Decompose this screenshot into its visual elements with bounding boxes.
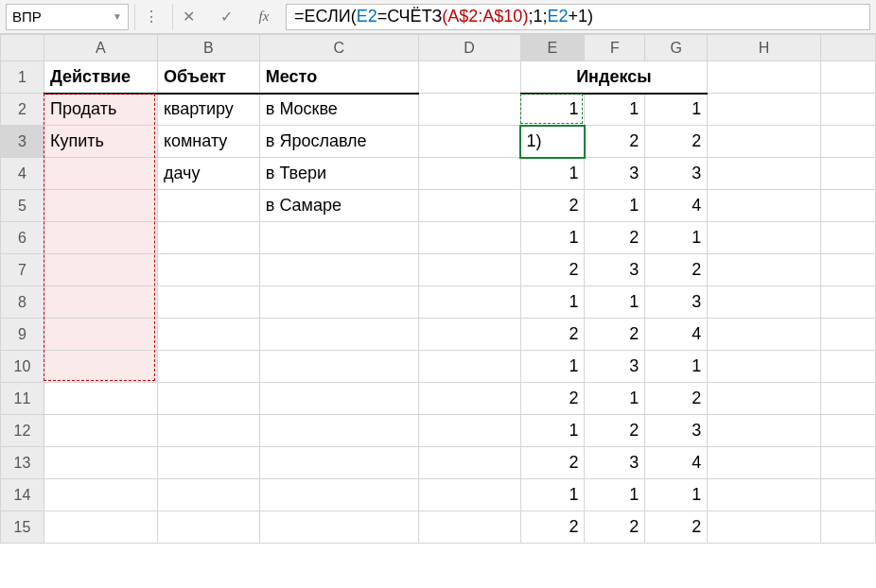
col-header-C[interactable]: C — [259, 35, 418, 61]
cell-F3[interactable]: 2 — [585, 126, 645, 158]
cell-C3[interactable]: в Ярославле — [259, 126, 418, 158]
row-header[interactable]: 15 — [1, 511, 44, 544]
cell-H15[interactable] — [708, 511, 821, 544]
col-header-B[interactable]: B — [157, 35, 259, 61]
row-header[interactable]: 11 — [1, 383, 44, 415]
row-header[interactable]: 6 — [1, 222, 44, 254]
col-header-D[interactable]: D — [418, 35, 520, 61]
cell-G7[interactable]: 2 — [645, 254, 708, 286]
cell-H4[interactable] — [708, 158, 821, 190]
cell-C4[interactable]: в Твери — [259, 158, 418, 190]
cell-A13[interactable] — [44, 447, 157, 479]
cell-D8[interactable] — [418, 286, 520, 319]
enter-button[interactable]: ✓ — [210, 4, 242, 30]
cell-G5[interactable]: 4 — [645, 190, 708, 222]
row-header[interactable]: 13 — [1, 447, 44, 479]
cell-E15[interactable]: 2 — [520, 511, 585, 544]
col-header-E[interactable]: E — [520, 35, 585, 61]
formula-input[interactable]: =ЕСЛИ(E2=СЧЁТЗ(A$2:A$10);1;E2+1) — [286, 4, 870, 30]
cell-B11[interactable] — [157, 383, 259, 415]
cell-D11[interactable] — [418, 383, 520, 415]
cell-I9[interactable] — [820, 319, 875, 351]
cell-A7[interactable] — [44, 254, 157, 286]
cell-C8[interactable] — [259, 286, 418, 319]
cell-C5[interactable]: в Самаре — [259, 190, 418, 222]
cell-F8[interactable]: 1 — [585, 286, 645, 319]
cell-F10[interactable]: 3 — [585, 351, 645, 383]
cell-F7[interactable]: 3 — [585, 254, 645, 286]
cell-I1[interactable] — [820, 61, 875, 94]
cell-H11[interactable] — [708, 383, 821, 415]
cell-G2[interactable]: 1 — [645, 94, 708, 126]
cell-F5[interactable]: 1 — [585, 190, 645, 222]
cell-E10[interactable]: 1 — [520, 351, 585, 383]
cell-I2[interactable] — [820, 94, 875, 126]
cell-A2[interactable]: Продать — [44, 94, 157, 126]
cell-A3[interactable]: Купить — [44, 126, 157, 158]
cell-D15[interactable] — [418, 511, 520, 544]
insert-function-button[interactable]: fx — [248, 4, 280, 30]
cell-D13[interactable] — [418, 447, 520, 479]
cell-A11[interactable] — [44, 383, 157, 415]
cell-A5[interactable] — [44, 190, 157, 222]
cell-C1[interactable]: Место — [259, 61, 418, 94]
cell-B12[interactable] — [157, 415, 259, 447]
cell-B14[interactable] — [157, 479, 259, 511]
cell-B3[interactable]: комнату — [157, 126, 259, 158]
spreadsheet-grid[interactable]: A B C D E F G H 1ДействиеОбъектМестоИнде… — [0, 34, 876, 544]
col-header-G[interactable]: G — [645, 35, 708, 61]
col-header-I[interactable] — [820, 35, 875, 61]
row-header[interactable]: 8 — [1, 286, 44, 319]
cell-G14[interactable]: 1 — [645, 479, 708, 511]
cell-C2[interactable]: в Москве — [259, 94, 418, 126]
col-header-F[interactable]: F — [585, 35, 645, 61]
cell-B8[interactable] — [157, 286, 259, 319]
cell-H12[interactable] — [708, 415, 821, 447]
cell-F11[interactable]: 1 — [585, 383, 645, 415]
cell-I15[interactable] — [820, 511, 875, 544]
cell-H10[interactable] — [708, 351, 821, 383]
cell-F2[interactable]: 1 — [585, 94, 645, 126]
cell-F12[interactable]: 2 — [585, 415, 645, 447]
row-header[interactable]: 4 — [1, 158, 44, 190]
cancel-button[interactable]: ✕ — [172, 4, 204, 30]
cell-E6[interactable]: 1 — [520, 222, 585, 254]
cell-H7[interactable] — [708, 254, 821, 286]
cell-F4[interactable]: 3 — [585, 158, 645, 190]
cell-I6[interactable] — [820, 222, 875, 254]
cell-I4[interactable] — [820, 158, 875, 190]
cell-A14[interactable] — [44, 479, 157, 511]
cell-G15[interactable]: 2 — [645, 511, 708, 544]
row-header[interactable]: 12 — [1, 415, 44, 447]
cell-E4[interactable]: 1 — [520, 158, 585, 190]
cell-G4[interactable]: 3 — [645, 158, 708, 190]
cell-I14[interactable] — [820, 479, 875, 511]
cell-E2[interactable]: 1 — [520, 94, 585, 126]
cell-B13[interactable] — [157, 447, 259, 479]
cell-D2[interactable] — [418, 94, 520, 126]
cell-H5[interactable] — [708, 190, 821, 222]
cell-G11[interactable]: 2 — [645, 383, 708, 415]
cell-C11[interactable] — [259, 383, 418, 415]
cell-H14[interactable] — [708, 479, 821, 511]
row-header[interactable]: 7 — [1, 254, 44, 286]
cell-I7[interactable] — [820, 254, 875, 286]
cell-G3[interactable]: 2 — [645, 126, 708, 158]
cell-G6[interactable]: 1 — [645, 222, 708, 254]
cell-H8[interactable] — [708, 286, 821, 319]
row-header[interactable]: 14 — [1, 479, 44, 511]
cell-G10[interactable]: 1 — [645, 351, 708, 383]
row-header[interactable]: 10 — [1, 351, 44, 383]
cell-B4[interactable]: дачу — [157, 158, 259, 190]
cell-B5[interactable] — [157, 190, 259, 222]
col-header-H[interactable]: H — [708, 35, 821, 61]
cell-I8[interactable] — [820, 286, 875, 319]
cell-B10[interactable] — [157, 351, 259, 383]
cell-D1[interactable] — [418, 61, 520, 94]
cell-H3[interactable] — [708, 126, 821, 158]
cell-E3[interactable]: 1) — [520, 126, 585, 158]
cell-I13[interactable] — [820, 447, 875, 479]
cell-E11[interactable]: 2 — [520, 383, 585, 415]
chevron-down-icon[interactable]: ▼ — [113, 11, 122, 22]
cell-G12[interactable]: 3 — [645, 415, 708, 447]
